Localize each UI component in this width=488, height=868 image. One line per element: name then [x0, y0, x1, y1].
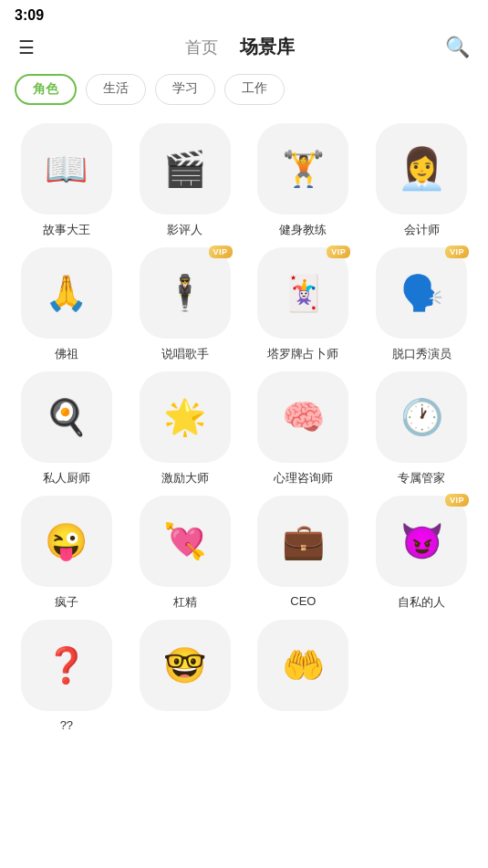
item-icon-wrap: 📖 [21, 123, 112, 214]
category-tab-life[interactable]: 生活 [86, 74, 146, 105]
list-item[interactable]: 🕐 专属管家 [366, 371, 477, 486]
item-label: 自私的人 [398, 594, 445, 611]
item-icon-wrap: 🕐 [376, 371, 467, 463]
item-label: 说唱歌手 [161, 346, 209, 362]
fitness-coach-icon: 🏋️ [282, 149, 325, 189]
category-tab-role[interactable]: 角色 [15, 74, 77, 105]
header-nav-home[interactable]: 首页 [185, 37, 218, 58]
list-item[interactable]: 🌟 激励大师 [130, 371, 241, 486]
list-item[interactable]: 🙏 佛祖 [11, 247, 122, 362]
list-item[interactable]: 🎬 影评人 [130, 123, 241, 238]
item-label: 健身教练 [279, 222, 327, 238]
list-item[interactable]: 👩‍💼 会计师 [366, 123, 477, 238]
nerd-icon: 🤓 [163, 645, 206, 685]
item-icon-wrap: 🧠 [257, 371, 348, 463]
list-item[interactable]: 🤲 [248, 620, 359, 732]
item-label: 脱口秀演员 [392, 346, 452, 362]
vip-badge: VIP [209, 246, 233, 258]
item-icon-wrap: 🤲 [257, 620, 348, 711]
stubborn-icon: 💘 [163, 521, 206, 561]
list-item[interactable]: 🤓 [130, 620, 241, 732]
item-icon-wrap: VIP 😈 [376, 496, 467, 587]
accountant-icon: 👩‍💼 [397, 145, 447, 193]
therapist-icon: 🧠 [282, 397, 325, 437]
item-icon-wrap: 👩‍💼 [376, 123, 467, 214]
item-label: 杠精 [173, 594, 197, 611]
list-item[interactable]: 💼 CEO [248, 496, 359, 611]
vip-badge: VIP [445, 246, 469, 258]
comedian-icon: 🗣️ [400, 273, 443, 313]
list-item[interactable]: 🏋️ 健身教练 [248, 123, 359, 238]
item-label: 心理咨询师 [274, 470, 333, 486]
item-icon-wrap: ❓ [21, 620, 112, 711]
search-icon[interactable]: 🔍 [445, 36, 470, 59]
selfish-icon: 😈 [400, 521, 443, 561]
item-label: 佛祖 [55, 346, 78, 362]
list-item[interactable]: VIP 🃏 塔罗牌占卜师 [248, 247, 359, 362]
item-icon-wrap: 🙏 [21, 247, 112, 339]
status-bar: 3:09 [0, 0, 488, 27]
status-time: 3:09 [15, 7, 44, 24]
ceo-icon: 💼 [282, 521, 325, 561]
item-label: 激励大师 [161, 470, 209, 486]
item-icon-wrap: 😜 [21, 496, 112, 587]
list-item[interactable]: VIP 😈 自私的人 [366, 496, 477, 611]
item-icon-wrap: 💼 [257, 496, 348, 587]
item-icon-wrap: VIP 🕴️ [140, 247, 231, 339]
list-item[interactable]: 🧠 心理咨询师 [248, 371, 359, 486]
crazy-icon: 😜 [45, 521, 88, 561]
tarot-icon: 🃏 [282, 273, 325, 313]
item-label: 故事大王 [43, 222, 90, 238]
header: ☰ 首页 场景库 🔍 [0, 27, 488, 70]
list-item[interactable]: VIP 🕴️ 说唱歌手 [130, 247, 241, 362]
menu-icon[interactable]: ☰ [18, 37, 35, 58]
list-item[interactable]: 💘 杠精 [130, 496, 241, 611]
vip-badge: VIP [445, 494, 469, 507]
item-icon-wrap: 🏋️ [257, 123, 348, 214]
list-item[interactable]: 📖 故事大王 [11, 123, 122, 238]
item-label: 影评人 [167, 222, 202, 238]
item-icon-wrap: VIP 🗣️ [376, 247, 467, 339]
item-icon-wrap: 💘 [140, 496, 231, 587]
unknown-icon: ❓ [45, 645, 88, 685]
header-nav: 首页 场景库 [185, 35, 295, 59]
header-nav-scene[interactable]: 场景库 [240, 35, 295, 59]
item-label: 专属管家 [398, 470, 445, 486]
item-icon-wrap: 🌟 [140, 371, 231, 463]
butler-icon: 🕐 [400, 397, 443, 437]
hands-icon: 🤲 [282, 645, 325, 685]
story-king-icon: 📖 [45, 149, 88, 189]
list-item[interactable]: 😜 疯子 [11, 496, 122, 611]
item-label: CEO [290, 594, 316, 608]
list-item[interactable]: ❓ ?? [11, 620, 122, 732]
item-icon-wrap: VIP 🃏 [257, 247, 348, 339]
item-label: 会计师 [404, 222, 440, 238]
vip-badge: VIP [327, 246, 350, 258]
item-icon-wrap: 🍳 [21, 371, 112, 463]
item-grid: 📖 故事大王 🎬 影评人 🏋️ 健身教练 👩‍💼 会计师 🙏 佛祖 VIP 🕴️ [0, 116, 488, 743]
item-label: 私人厨师 [43, 470, 90, 486]
buddha-icon: 🙏 [45, 273, 88, 313]
category-tab-work[interactable]: 工作 [224, 74, 285, 105]
item-label: 疯子 [55, 594, 78, 611]
item-label: ?? [60, 718, 73, 732]
motivator-icon: 🌟 [163, 397, 206, 437]
list-item[interactable]: 🍳 私人厨师 [11, 371, 122, 486]
cook-icon: 🍳 [45, 397, 88, 437]
film-critic-icon: 🎬 [163, 149, 206, 189]
item-icon-wrap: 🎬 [140, 123, 231, 214]
category-tab-study[interactable]: 学习 [155, 74, 215, 105]
list-item[interactable]: VIP 🗣️ 脱口秀演员 [366, 247, 477, 362]
item-icon-wrap: 🤓 [140, 620, 231, 711]
category-bar: 角色 生活 学习 工作 [0, 70, 488, 116]
rapper-icon: 🕴️ [163, 273, 206, 313]
item-label: 塔罗牌占卜师 [267, 346, 338, 362]
